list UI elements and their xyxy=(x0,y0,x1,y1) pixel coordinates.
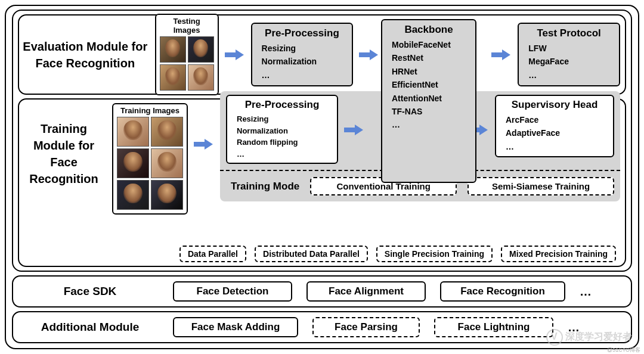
evaluation-module: Evaluation Module for Face Recognition T… xyxy=(18,14,626,95)
label-line: Face Recognition xyxy=(35,55,135,72)
backbone-box: Backbone MobileFaceNet RestNet HRNet Eff… xyxy=(381,19,476,183)
ellipsis: … xyxy=(568,321,580,334)
list-item: Resizing xyxy=(237,113,331,125)
row-label: Face SDK xyxy=(21,285,159,298)
label-line: Training Module for xyxy=(21,120,106,154)
image-grid xyxy=(160,36,214,91)
training-mode-label: Training Mode xyxy=(226,181,299,192)
eval-label: Evaluation Module for Face Recognition xyxy=(21,38,149,72)
corner-credit: @51CTO博客 xyxy=(607,346,640,354)
box-items: Resizing Normalization Random flipping … xyxy=(233,113,331,160)
face-thumbnail xyxy=(188,36,214,63)
list-item: AttentionNet xyxy=(392,92,469,105)
training-module: Training Module for Face Recognition Tra… xyxy=(18,98,626,267)
sdk-item: Face Alignment xyxy=(306,281,426,302)
test-protocol-box: Test Protocol LFW MegaFace … xyxy=(518,23,620,86)
parallel-option: Mixed Precision Training xyxy=(501,246,616,262)
train-label: Training Module for Face Recognition xyxy=(21,103,106,204)
label-line: Face Recognition xyxy=(21,154,106,187)
backbone-title: Backbone xyxy=(388,24,469,36)
list-item: MegaFace xyxy=(528,55,613,68)
panel-title: Training Images xyxy=(117,106,183,115)
list-item: LFW xyxy=(528,42,613,55)
face-thumbnail xyxy=(151,117,183,147)
face-thumbnail xyxy=(151,180,183,210)
face-thumbnail xyxy=(117,180,149,210)
testing-images-panel: Testing Images xyxy=(155,14,219,95)
add-item-dash: Face Parsing xyxy=(312,317,420,337)
list-item: AdaptiveFace xyxy=(506,126,607,139)
backbone-items: MobileFaceNet RestNet HRNet EfficientNet… xyxy=(388,38,469,132)
train-preprocessing-box: Pre-Processing Resizing Normalization Ra… xyxy=(226,95,338,164)
face-thumbnail xyxy=(117,148,149,178)
face-thumbnail xyxy=(117,117,149,147)
ellipsis: … xyxy=(580,285,592,299)
additional-module-row: Additional Module Face Mask Adding Face … xyxy=(12,311,632,343)
box-items: ArcFace AdaptiveFace … xyxy=(502,113,607,153)
box-title: Supervisory Head xyxy=(502,99,607,111)
panel-title: Testing Images xyxy=(160,17,214,35)
list-item: Normalization xyxy=(237,125,331,137)
parallel-row: Data Parallel Distributed Data Parallel … xyxy=(175,246,620,262)
face-thumbnail xyxy=(188,64,214,91)
list-item: … xyxy=(262,69,346,82)
arrow-icon xyxy=(225,49,245,60)
list-item: … xyxy=(528,69,613,82)
box-title: Pre-Processing xyxy=(233,99,331,111)
list-item: RestNet xyxy=(392,51,469,64)
mode-option: Semi-Siamese Training xyxy=(467,177,614,195)
arrow-icon xyxy=(359,49,379,60)
add-item-dash: Face Lightning xyxy=(434,317,553,337)
add-item: Face Mask Adding xyxy=(173,317,298,337)
list-item: MobileFaceNet xyxy=(392,38,469,51)
list-item: ArcFace xyxy=(506,113,607,126)
face-thumbnail xyxy=(151,148,183,178)
list-item: Random flipping xyxy=(237,136,331,148)
box-title: Pre-Processing xyxy=(258,27,346,39)
arrow-icon xyxy=(344,125,364,135)
list-item: … xyxy=(506,140,607,153)
box-title: Test Protocol xyxy=(525,27,613,39)
row-label: Additional Module xyxy=(21,321,159,334)
box-items: Resizing Normalization … xyxy=(258,42,346,82)
main-modules: Backbone MobileFaceNet RestNet HRNet Eff… xyxy=(12,10,632,272)
training-images-panel: Training Images xyxy=(112,103,188,215)
arrow-icon xyxy=(194,139,214,150)
arrow-icon xyxy=(491,49,512,60)
list-item: … xyxy=(392,118,469,131)
parallel-option: Single Precision Training xyxy=(376,246,493,262)
list-item: HRNet xyxy=(392,65,469,78)
parallel-option: Distributed Data Parallel xyxy=(255,246,368,262)
label-line: Evaluation Module for xyxy=(23,38,147,55)
list-item: Resizing xyxy=(262,42,346,55)
sdk-item: Face Recognition xyxy=(440,281,565,302)
list-item: TF-NAS xyxy=(392,105,469,118)
face-thumbnail xyxy=(160,36,186,63)
training-top: Training Module for Face Recognition Tra… xyxy=(21,103,620,237)
list-item: … xyxy=(237,148,331,160)
face-sdk-row: Face SDK Face Detection Face Alignment F… xyxy=(12,275,632,308)
diagram-outer: Backbone MobileFaceNet RestNet HRNet Eff… xyxy=(5,5,639,349)
supervisory-head-box: Supervisory Head ArcFace AdaptiveFace … xyxy=(495,95,614,157)
sdk-item: Face Detection xyxy=(173,281,292,302)
list-item: Normalization xyxy=(262,55,346,68)
eval-preprocessing-box: Pre-Processing Resizing Normalization … xyxy=(251,23,354,86)
parallel-option: Data Parallel xyxy=(179,246,246,262)
box-items: LFW MegaFace … xyxy=(525,42,613,82)
image-grid xyxy=(117,117,183,210)
face-thumbnail xyxy=(160,64,186,91)
list-item: EfficientNet xyxy=(392,78,469,91)
